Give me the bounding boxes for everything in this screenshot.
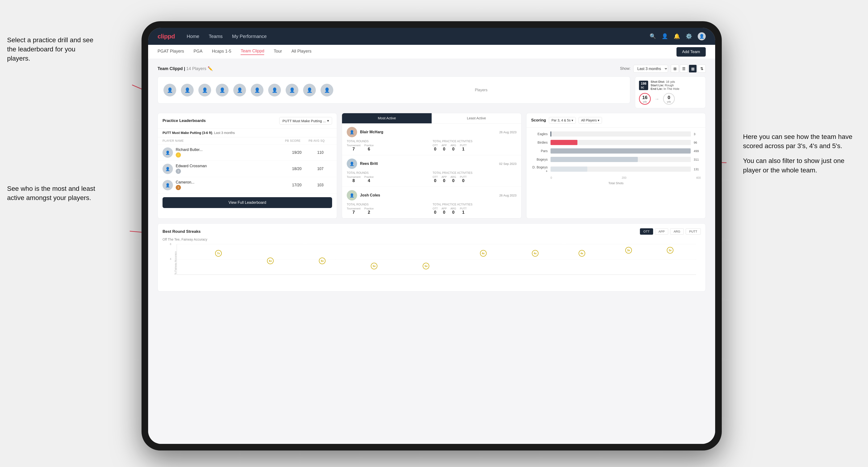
person-icon[interactable]: 👤 <box>661 33 668 39</box>
practice-leaderboard-header: Practice Leaderboards PUTT Must Make Put… <box>158 113 337 129</box>
tablet-frame: clippd Home Teams My Performance 🔍 👤 🔔 ⚙… <box>142 21 722 450</box>
player-avatar-rb: 👤 <box>162 148 173 158</box>
shot-badge: 198 SC <box>639 81 648 90</box>
subnav-team-clippd[interactable]: Team Clippd <box>241 49 264 55</box>
player-avatar-2[interactable]: 👤 <box>181 84 194 96</box>
shot-card: 198 SC Shot Dist: 16 yds Start Lie: Roug… <box>635 76 706 108</box>
player-row-info-2: 👤 Edward Crossman 2 <box>162 164 285 174</box>
filter-icon[interactable]: ⇅ <box>698 65 706 73</box>
bell-icon[interactable]: 🔔 <box>674 33 680 39</box>
active-player-header-1: 👤 Blair McHarg 26 Aug 2023 <box>347 127 516 137</box>
player-avatar-8[interactable]: 👤 <box>286 84 299 96</box>
main-content: Team Clippd | 14 Players ✏️ Show: Last 3… <box>148 59 715 444</box>
settings-icon[interactable]: ⚙️ <box>686 33 692 39</box>
player-stats-1: Total Rounds Tournament 7 Practice 6 <box>347 139 516 152</box>
streaks-header: Best Round Streaks OTT APP ARG PUTT <box>162 228 701 235</box>
annotation-top-left: Select a practice drill and see the lead… <box>7 35 97 63</box>
active-player-info-3: 👤 Josh Coles <box>347 190 380 200</box>
player-avatar-josh: 👤 <box>347 190 357 200</box>
team-header: Team Clippd | 14 Players ✏️ Show: Last 3… <box>158 65 706 73</box>
scoring-card: Scoring Par 3, 4 & 5s ▾ All Players ▾ Ea… <box>526 113 706 219</box>
subnav-all-players[interactable]: All Players <box>291 49 312 55</box>
shot-circle-1: 16 yds <box>639 93 651 105</box>
search-icon[interactable]: 🔍 <box>650 33 656 39</box>
subnav-pga[interactable]: PGA <box>193 49 203 55</box>
player-avatar-7[interactable]: 👤 <box>268 84 281 96</box>
annotation-top-right: Here you can see how the team have score… <box>743 132 861 175</box>
active-player-item-3: 👤 Josh Coles 26 Aug 2023 Total Rounds To… <box>342 187 521 218</box>
tablet-screen: clippd Home Teams My Performance 🔍 👤 🔔 ⚙… <box>148 28 715 444</box>
scoring-filter-par[interactable]: Par 3, 4 & 5s ▾ <box>549 117 576 124</box>
player-avatar-9[interactable]: 👤 <box>303 84 316 96</box>
player-row-info-1: 👤 Richard Butler... ⭐ <box>162 148 285 158</box>
subnav-hcaps[interactable]: Hcaps 1-5 <box>212 49 231 55</box>
show-select[interactable]: Last 3 months <box>633 65 668 73</box>
avatar-icon[interactable]: 👤 <box>698 32 706 40</box>
show-filter: Show: Last 3 months ⊞ ☰ ▦ ⇅ <box>620 65 706 73</box>
streaks-card: Best Round Streaks OTT APP ARG PUTT Off … <box>158 223 706 291</box>
scoring-filter-players[interactable]: All Players ▾ <box>579 117 602 124</box>
players-row: 👤 👤 👤 👤 👤 👤 👤 👤 👤 👤 Players <box>158 76 630 103</box>
tab-least-active[interactable]: Least Active <box>432 113 521 123</box>
player-avatar-3[interactable]: 👤 <box>198 84 211 96</box>
show-label: Show: <box>620 66 630 71</box>
chart-x-label: Total Shots <box>531 181 701 185</box>
player-avatar-1[interactable]: 👤 <box>163 84 176 96</box>
shot-circle-2: 0 yds <box>663 93 675 105</box>
streaks-filter-arg[interactable]: ARG <box>670 228 684 235</box>
active-player-tabs: Most Active Least Active <box>342 113 521 124</box>
nav-link-home[interactable]: Home <box>187 34 199 39</box>
player-avatar-10[interactable]: 👤 <box>320 84 333 96</box>
streaks-filter-group: OTT APP ARG PUTT <box>640 228 701 235</box>
rank-badge-3: 3 <box>176 185 181 190</box>
streaks-filter-ott[interactable]: OTT <box>640 228 653 235</box>
table-row: 👤 Richard Butler... ⭐ 19/20 110 <box>158 145 337 161</box>
streak-chart-area: % Fairway Accuracy 8 4 7x 6x 6x 5x <box>167 244 696 282</box>
nav-link-performance[interactable]: My Performance <box>232 34 267 39</box>
shot-info: Shot Dist: 16 yds Start Lie: Rough End L… <box>651 80 679 91</box>
player-avatar-blair: 👤 <box>347 127 357 137</box>
view-full-leaderboard-button[interactable]: View Full Leaderboard <box>162 197 332 208</box>
shot-card-header: 198 SC Shot Dist: 16 yds Start Lie: Roug… <box>639 80 702 91</box>
rank-badge-1: ⭐ <box>176 152 181 158</box>
bottom-grid: Practice Leaderboards PUTT Must Make Put… <box>158 113 706 219</box>
streaks-filter-putt[interactable]: PUTT <box>686 228 701 235</box>
annotation-bottom-left: See who is the most and least active amo… <box>7 184 97 203</box>
bar-row-eagles: Eagles 3 <box>531 131 701 136</box>
player-avatar-4[interactable]: 👤 <box>216 84 228 96</box>
streaks-title: Best Round Streaks <box>162 229 201 234</box>
scoring-title: Scoring <box>531 118 546 123</box>
nav-logo: clippd <box>158 33 175 40</box>
scoring-header: Scoring Par 3, 4 & 5s ▾ All Players ▾ <box>526 113 706 128</box>
player-avatar-5[interactable]: 👤 <box>233 84 246 96</box>
scoring-bar-chart: Eagles 3 Birdies 96 <box>526 128 706 189</box>
streak-chart: 8 4 7x 6x 6x 5x 5x 4x 4x 4x 3x 3x <box>177 244 696 275</box>
streaks-filter-app[interactable]: APP <box>655 228 668 235</box>
team-title: Team Clippd | 14 Players ✏️ <box>158 66 213 71</box>
active-player-item-1: 👤 Blair McHarg 26 Aug 2023 Total Rounds … <box>342 124 521 155</box>
practice-subtitle: PUTT Must Make Putting (3-6 ft), Last 3 … <box>158 129 337 137</box>
nav-icons: 🔍 👤 🔔 ⚙️ 👤 <box>650 32 706 40</box>
active-player-header-3: 👤 Josh Coles 26 Aug 2023 <box>347 190 516 200</box>
player-avatar-6[interactable]: 👤 <box>251 84 264 96</box>
streaks-subtitle: Off The Tee, Fairway Accuracy <box>162 238 701 241</box>
leaderboard-title: Practice Leaderboards <box>162 118 206 123</box>
player-stats-3: Total Rounds Tournament 7 Practice 2 <box>347 203 516 215</box>
active-player-info-2: 👤 Rees Britt <box>347 158 378 169</box>
add-team-button[interactable]: Add Team <box>677 47 706 57</box>
list-view-icon[interactable]: ☰ <box>680 65 688 73</box>
table-row: 👤 Cameron... 3 17/20 103 <box>158 177 337 193</box>
practice-leaderboard-card: Practice Leaderboards PUTT Must Make Put… <box>158 113 337 219</box>
bar-row-dbogeys: D. Bogeys + 131 <box>531 165 701 173</box>
leaderboard-filter[interactable]: PUTT Must Make Putting ... ▾ <box>279 117 332 125</box>
card-view-icon[interactable]: ▦ <box>689 65 697 73</box>
subnav-pgat[interactable]: PGAT Players <box>158 49 184 55</box>
grid-view-icon[interactable]: ⊞ <box>671 65 679 73</box>
nav-link-teams[interactable]: Teams <box>209 34 223 39</box>
active-player-item-2: 👤 Rees Britt 02 Sep 2023 Total Rounds To… <box>342 155 521 187</box>
leaderboard-table-header: PLAYER NAME PB SCORE PB AVG SQ <box>158 137 337 145</box>
subnav-tour[interactable]: Tour <box>274 49 282 55</box>
rank-badge-2: 2 <box>176 168 181 174</box>
tab-most-active[interactable]: Most Active <box>342 113 432 123</box>
players-label: Players <box>475 88 487 92</box>
